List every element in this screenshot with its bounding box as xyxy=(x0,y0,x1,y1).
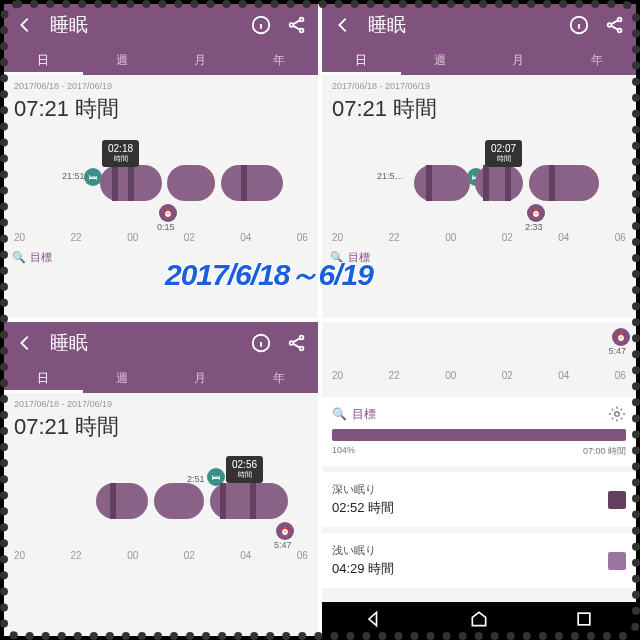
svg-point-9 xyxy=(290,341,294,345)
start-time: 21:51 xyxy=(62,171,85,181)
deep-sleep-row[interactable]: 深い眠り 02:52 時間 xyxy=(322,472,636,527)
back-icon[interactable] xyxy=(14,332,36,354)
alarm-icon: ⏰ xyxy=(159,204,177,222)
goal-progress xyxy=(332,429,626,441)
light-sleep-row[interactable]: 浅い眠り 04:29 時間 xyxy=(322,533,636,588)
svg-point-12 xyxy=(615,412,620,417)
light-swatch xyxy=(608,552,626,570)
alarm-time: 5:47 xyxy=(274,540,292,550)
android-nav xyxy=(322,602,636,636)
tab-day[interactable]: 日 xyxy=(4,46,83,75)
svg-point-1 xyxy=(290,23,294,27)
tabs: 日 週 月 年 xyxy=(4,46,318,75)
nav-recent-icon[interactable] xyxy=(574,609,594,629)
app-title: 睡眠 xyxy=(368,12,554,38)
goal-percent: 104% xyxy=(332,445,355,458)
panel-bottom-left: 睡眠 日 週 月 年 2017/06/18 - 2017/06/19 07:21… xyxy=(4,322,318,636)
back-icon[interactable] xyxy=(332,14,354,36)
total-sleep: 07:21 時間 xyxy=(4,409,318,450)
tooltip: 02:18時間 xyxy=(102,140,139,167)
total-sleep: 07:21 時間 xyxy=(4,91,318,132)
goal-section: 🔍 目標 104% 07:00 時間 xyxy=(322,397,636,466)
tab-year[interactable]: 年 xyxy=(240,46,319,75)
deep-sleep-value: 02:52 時間 xyxy=(332,499,608,517)
sleep-segment[interactable] xyxy=(167,165,215,201)
tabs: 日 週 月 年 xyxy=(4,364,318,393)
goal-row[interactable]: 🔍目標 xyxy=(4,247,318,268)
alarm-icon: ⏰ xyxy=(612,328,630,346)
tab-month[interactable]: 月 xyxy=(161,364,240,393)
alarm-time: 5:47 xyxy=(322,346,626,356)
light-sleep-value: 04:29 時間 xyxy=(332,560,608,578)
goal-icon: 🔍 xyxy=(330,251,344,264)
svg-rect-13 xyxy=(578,613,590,625)
info-icon[interactable] xyxy=(250,332,272,354)
sleep-chart[interactable]: 21:5… 🛏 02:07時間 ⏰ 2:33 xyxy=(322,138,636,228)
sleep-segment[interactable] xyxy=(210,483,288,519)
app-title: 睡眠 xyxy=(50,12,236,38)
tooltip: 02:56時間 xyxy=(226,456,263,483)
date-range: 2017/06/18 - 2017/06/19 xyxy=(322,75,636,91)
sleep-segment[interactable] xyxy=(221,165,283,201)
date-range: 2017/06/18 - 2017/06/19 xyxy=(4,75,318,91)
start-time: 21:5… xyxy=(377,171,404,181)
sleep-segment[interactable] xyxy=(414,165,470,201)
nav-back-icon[interactable] xyxy=(364,609,384,629)
share-icon[interactable] xyxy=(286,332,308,354)
svg-point-2 xyxy=(300,18,304,22)
sleep-segment[interactable] xyxy=(154,483,204,519)
tab-week[interactable]: 週 xyxy=(401,46,480,75)
tab-week[interactable]: 週 xyxy=(83,46,162,75)
tab-month[interactable]: 月 xyxy=(161,46,240,75)
sleep-chart[interactable]: 21:51 🛏 02:18時間 ⏰ 0:15 xyxy=(4,138,318,228)
goal-label: 目標 xyxy=(352,406,376,423)
alarm-icon: ⏰ xyxy=(276,522,294,540)
svg-point-7 xyxy=(618,29,622,33)
share-icon[interactable] xyxy=(604,14,626,36)
goal-target: 07:00 時間 xyxy=(583,445,626,458)
svg-point-5 xyxy=(608,23,612,27)
svg-point-10 xyxy=(300,336,304,340)
alarm-icon: ⏰ xyxy=(527,204,545,222)
svg-point-6 xyxy=(618,18,622,22)
sleep-chart[interactable]: 2:51 🛏 02:56時間 ⏰ 5:47 xyxy=(4,456,318,546)
info-icon[interactable] xyxy=(568,14,590,36)
tab-year[interactable]: 年 xyxy=(240,364,319,393)
deep-swatch xyxy=(608,491,626,509)
panel-bottom-right: ⏰ 5:47 202200020406 🔍 目標 104% 07:00 時間 深… xyxy=(322,322,636,636)
time-axis: 202200020406 xyxy=(322,228,636,247)
app-bar: 睡眠 xyxy=(4,322,318,364)
deep-sleep-label: 深い眠り xyxy=(332,482,608,497)
svg-point-3 xyxy=(300,29,304,33)
time-axis: 202200020406 xyxy=(322,356,636,387)
app-title: 睡眠 xyxy=(50,330,236,356)
sleep-segment[interactable] xyxy=(529,165,599,201)
tab-month[interactable]: 月 xyxy=(479,46,558,75)
tabs: 日 週 月 年 xyxy=(322,46,636,75)
info-icon[interactable] xyxy=(250,14,272,36)
light-sleep-label: 浅い眠り xyxy=(332,543,608,558)
sleep-segment[interactable] xyxy=(100,165,162,201)
tab-year[interactable]: 年 xyxy=(558,46,637,75)
total-sleep: 07:21 時間 xyxy=(322,91,636,132)
goal-icon: 🔍 xyxy=(12,251,26,264)
tab-day[interactable]: 日 xyxy=(4,364,83,393)
back-icon[interactable] xyxy=(14,14,36,36)
tab-day[interactable]: 日 xyxy=(322,46,401,75)
panel-top-left: 睡眠 日 週 月 年 2017/06/18 - 2017/06/19 07:21… xyxy=(4,4,318,318)
sleep-segment[interactable] xyxy=(96,483,148,519)
share-icon[interactable] xyxy=(286,14,308,36)
goal-row[interactable]: 🔍目標 xyxy=(322,247,636,268)
tab-week[interactable]: 週 xyxy=(83,364,162,393)
nav-home-icon[interactable] xyxy=(469,609,489,629)
alarm-time: 2:33 xyxy=(525,222,543,232)
panel-top-right: 睡眠 日 週 月 年 2017/06/18 - 2017/06/19 07:21… xyxy=(322,4,636,318)
svg-point-11 xyxy=(300,347,304,351)
app-bar: 睡眠 xyxy=(322,4,636,46)
goal-icon: 🔍 xyxy=(332,407,347,421)
app-bar: 睡眠 xyxy=(4,4,318,46)
gear-icon[interactable] xyxy=(608,405,626,423)
time-axis: 202200020406 xyxy=(4,546,318,565)
tooltip: 02:07時間 xyxy=(485,140,522,167)
date-range: 2017/06/18 - 2017/06/19 xyxy=(4,393,318,409)
